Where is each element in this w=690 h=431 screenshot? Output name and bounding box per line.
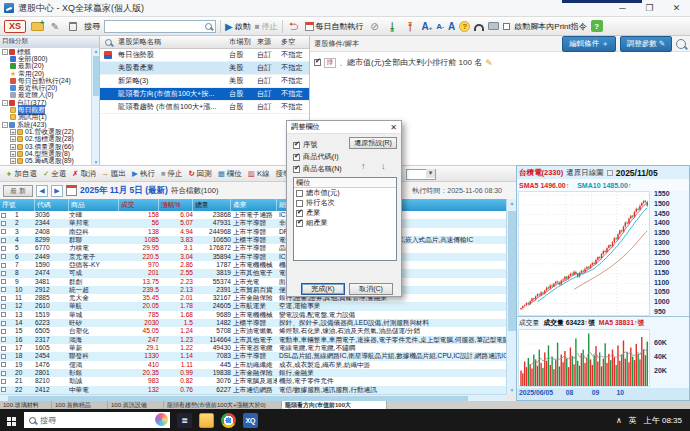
toolbar-button-全選[interactable]: ✓全選 <box>43 169 66 179</box>
tree-item[interactable]: 全部(800) <box>0 55 91 62</box>
toolbar-button-回測[interactable]: ↻回測 <box>188 169 211 179</box>
magnifier-icon[interactable] <box>676 39 686 49</box>
row-checkbox[interactable] <box>1 238 6 243</box>
table-row[interactable]: 13036文曄1586.0423868上市電子通路IC零組件通路商 <box>0 211 516 219</box>
edit-condition-button[interactable]: 編輯條件＋ <box>562 36 616 52</box>
checkbox[interactable] <box>296 210 303 217</box>
print-directive-checkbox[interactable] <box>503 23 510 30</box>
table-row[interactable]: 131519華城7851.689689上市電機機械變電設備,配電盤,電力設備 <box>0 311 516 319</box>
daily-auto-cancel-icon[interactable]: ⊘ <box>368 20 382 33</box>
col-1[interactable]: 序號 <box>0 199 35 211</box>
import-icon[interactable]: ⮌ <box>287 20 301 33</box>
font-decrease-button[interactable]: A- <box>436 22 444 31</box>
cancel-button[interactable]: 取消(C) <box>349 283 393 295</box>
delete-icon[interactable] <box>66 20 80 33</box>
dialog-checkbox-row[interactable]: 商品名稱(N) <box>293 164 342 174</box>
toolbar-button-執行[interactable]: ▶執行 <box>132 169 155 179</box>
toolbar-button-K線[interactable]: ▥K線 <box>248 169 270 179</box>
row-checkbox[interactable] <box>1 387 6 392</box>
maximize-button[interactable]: ❐ <box>636 0 663 16</box>
result-tab[interactable]: 龍頭看方向(市值前100大 <box>282 401 387 409</box>
next-day-button[interactable]: ▶ <box>51 185 63 197</box>
row-checkbox[interactable] <box>1 379 6 384</box>
toolbar-button-匯出[interactable]: →匯出 <box>102 169 127 179</box>
tree-expand-icon[interactable]: - <box>2 100 8 106</box>
upload-icon[interactable]: ⭱ <box>404 20 418 33</box>
table-row[interactable]: 182454聯發科13301.147083上市半導體DSL晶片組,無線網路IC,… <box>0 352 516 360</box>
quick-help-icon[interactable]: ? <box>591 20 603 32</box>
row-checkbox[interactable] <box>1 329 6 334</box>
col-3[interactable]: 商品 <box>69 199 119 211</box>
table-row[interactable]: 71590亞德客-KY9702.861787上市電機機械機械零組件 <box>0 261 516 269</box>
col-market[interactable]: 市場別 <box>229 37 257 47</box>
strategy-row[interactable]: 新策略(3)美股自訂不指定 <box>100 75 309 88</box>
table-row[interactable]: 93481群創13.752.2355374上市光電面板業,中小尺寸面板 <box>0 278 516 286</box>
prev-day-button[interactable]: ◀ <box>36 185 48 197</box>
start-button[interactable]: ▶啟動 <box>225 21 251 32</box>
input-language[interactable]: 英 <box>629 415 637 426</box>
row-checkbox[interactable] <box>1 287 6 292</box>
table-row[interactable]: 171605華新29.11.2249430上市電器電纜電線電纜,電力電纜,不鏽鋼 <box>0 344 516 352</box>
chart-option-icon[interactable] <box>607 170 613 176</box>
xs-logo[interactable]: XS <box>4 20 26 33</box>
edit-pencil-icon[interactable]: ✎ <box>485 58 493 68</box>
move-down-icon[interactable]: ↓ <box>381 161 386 171</box>
condition-checkbox[interactable] <box>314 59 321 66</box>
toolbar-button-取消[interactable]: ✗取消 <box>72 169 95 179</box>
result-tab[interactable]: 100.資訊設備 <box>108 401 164 409</box>
download-icon[interactable]: ⭳ <box>386 20 400 33</box>
tree-item[interactable]: -自訂(377) <box>0 99 91 106</box>
restore-default-button[interactable]: 還原預設(R) <box>349 137 397 149</box>
checkbox[interactable] <box>296 220 303 227</box>
volume-chart[interactable] <box>518 329 650 387</box>
row-checkbox[interactable] <box>1 362 6 367</box>
result-tab[interactable]: 龍頭看趨勢(市值前100大+漲幅大於0) <box>164 401 282 409</box>
row-checkbox[interactable] <box>1 229 6 234</box>
tree-expand-icon[interactable]: + <box>10 129 16 135</box>
row-checkbox[interactable] <box>1 371 6 376</box>
strategy-row[interactable]: 美股看產業美股自訂不指定 <box>100 62 309 75</box>
column-list-item[interactable]: 排行名次 <box>294 198 396 208</box>
price-chart[interactable] <box>518 191 650 316</box>
col-5[interactable]: 漲幅% <box>159 199 193 211</box>
result-tab[interactable]: 100.首飾精品 <box>52 401 108 409</box>
table-row[interactable]: 162317鴻海2471.23114664上市其他電子電動車,車輛整車,車用電子… <box>0 336 516 344</box>
dialog-checkbox-row[interactable]: 序號 <box>293 140 317 150</box>
table-row[interactable]: 191476儒鴻4101.11445上市紡織纖維成衣,成衣製造,織布業,紡織中游 <box>0 361 516 369</box>
table-row[interactable]: 222412中華電1320.766227上市通信網路電信/數據服務,通訊服務,行… <box>0 386 516 394</box>
font-reset-button[interactable]: A <box>448 21 455 32</box>
col-source[interactable]: 來源 <box>257 37 281 47</box>
minimize-button[interactable]: ─ <box>609 0 636 16</box>
table-row[interactable]: 62449京元電子220.53.0435894上市半導體IC封裝,IC測試 <box>0 253 516 261</box>
table-row[interactable]: 48299群聯10853.8310650上櫃半導體電子零件元件,快閃記憶體IC,… <box>0 236 516 244</box>
move-up-icon[interactable]: ↑ <box>361 161 366 171</box>
view-dropdown[interactable] <box>406 169 436 180</box>
column-list-item[interactable]: 細產業 <box>294 218 396 228</box>
table-vertical-scrollbar[interactable]: ▲▼ <box>506 199 516 394</box>
font-increase-button[interactable]: A+ <box>422 21 433 32</box>
row-checkbox[interactable] <box>1 213 6 218</box>
checkbox[interactable] <box>296 190 303 197</box>
tree-expand-icon[interactable]: - <box>2 122 8 128</box>
headset-icon[interactable] <box>474 24 484 31</box>
table-row[interactable]: 56770力積電29.953.1176872上市半導體晶圓代工 <box>0 244 516 252</box>
column-list-item[interactable]: 產業 <box>294 208 396 218</box>
col-4[interactable]: 成交 <box>119 199 159 211</box>
row-checkbox[interactable] <box>1 271 6 276</box>
stop-button[interactable]: ■停止 <box>255 21 278 32</box>
print-settings-icon[interactable] <box>488 22 499 30</box>
col-2[interactable]: 代碼 <box>35 199 69 211</box>
row-checkbox[interactable] <box>1 304 6 309</box>
checkbox[interactable] <box>296 200 303 207</box>
table-row[interactable]: 22344華邦電565.0747931上市半導體非揮發性記憶體IC <box>0 219 516 227</box>
table-row[interactable]: 82474可成2012.553819上市其他電子電子零件元件 <box>0 269 516 277</box>
help-icon[interactable]: ? <box>459 21 470 32</box>
row-checkbox[interactable] <box>1 263 6 268</box>
adjust-params-button[interactable]: 調整參數✎ <box>620 36 672 52</box>
edit-icon[interactable]: ✎ <box>48 20 62 33</box>
dialog-titlebar[interactable]: 調整欄位 ✕ <box>287 121 401 134</box>
row-checkbox[interactable] <box>1 312 6 317</box>
close-button[interactable]: ✕ <box>663 0 690 16</box>
col-side[interactable]: 多空 <box>281 37 309 47</box>
dialog-close-icon[interactable]: ✕ <box>390 123 397 132</box>
